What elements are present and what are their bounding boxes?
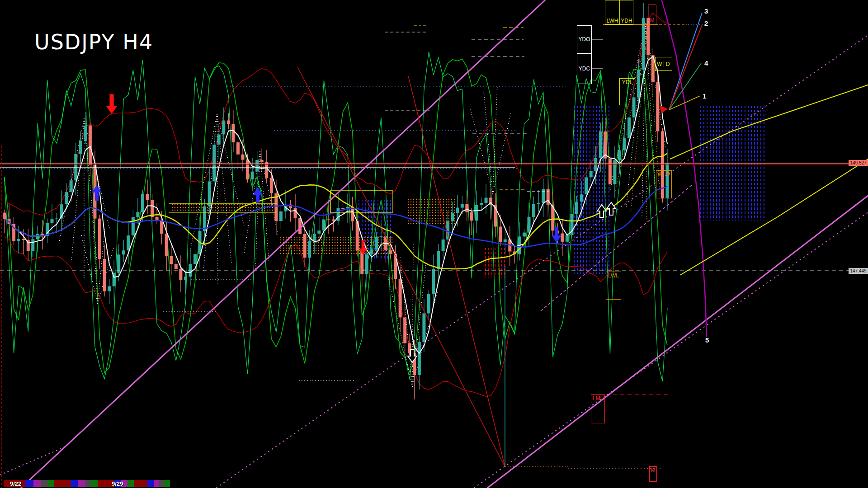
candle-body bbox=[89, 126, 92, 165]
candle-body bbox=[499, 226, 502, 242]
candle-body bbox=[627, 117, 631, 138]
level-box-label: YDL bbox=[620, 79, 635, 85]
candle-body bbox=[136, 212, 139, 217]
fractal-fan-ray bbox=[93, 221, 98, 304]
chart-title: USDJPY H4 bbox=[34, 30, 153, 54]
red-down-arrow-icon bbox=[106, 94, 117, 114]
level-box-label: YDH bbox=[620, 18, 633, 24]
timeline-block bbox=[85, 480, 91, 487]
candle-body bbox=[103, 259, 106, 291]
candle-body bbox=[222, 121, 225, 135]
candle-body bbox=[231, 124, 235, 142]
candle-body bbox=[193, 254, 197, 264]
candle-body bbox=[70, 180, 73, 192]
candle-body bbox=[189, 264, 192, 277]
fan-origin-arrow-icon bbox=[660, 105, 668, 113]
candle-body bbox=[422, 314, 425, 342]
candle-body bbox=[294, 208, 297, 218]
candle-body bbox=[322, 220, 326, 231]
candle-body bbox=[375, 237, 378, 250]
ma-fast bbox=[5, 56, 668, 354]
candle-body bbox=[141, 194, 144, 212]
wave-label-4: 4 bbox=[704, 59, 708, 67]
candle-body bbox=[609, 159, 612, 184]
level-box-ydl: YDL bbox=[619, 78, 635, 105]
timeline-block bbox=[33, 480, 41, 487]
candle-body bbox=[270, 178, 273, 193]
candle-body bbox=[561, 233, 564, 241]
candle-body bbox=[379, 236, 382, 237]
candle-body bbox=[260, 160, 264, 162]
level-box-lwh: LWH bbox=[605, 0, 620, 25]
timeline-block bbox=[127, 480, 134, 487]
candle-body bbox=[523, 233, 526, 237]
candle-body bbox=[17, 239, 20, 241]
candle-body bbox=[528, 217, 531, 232]
level-box-label: LWH bbox=[605, 18, 619, 24]
candle-body bbox=[108, 286, 111, 291]
level-box-label: W bbox=[656, 61, 664, 67]
candle-body bbox=[613, 160, 616, 184]
level-box-label: W bbox=[656, 171, 664, 178]
candle-body bbox=[399, 279, 402, 317]
trend-line bbox=[0, 446, 66, 475]
candle-body bbox=[475, 205, 478, 221]
candle-body bbox=[537, 203, 540, 204]
wave-label-5: 5 bbox=[705, 336, 709, 344]
candle-body bbox=[432, 269, 435, 294]
candle-body bbox=[84, 126, 87, 141]
red-hatch-cloud bbox=[484, 247, 506, 277]
candles bbox=[3, 3, 669, 399]
candle-body bbox=[217, 134, 221, 145]
candle-body bbox=[389, 250, 392, 254]
candle-body bbox=[31, 239, 34, 251]
candle-body bbox=[65, 192, 68, 204]
price-chart-canvas[interactable] bbox=[0, 0, 868, 488]
fractal-fan-ray bbox=[470, 108, 493, 194]
candle-body bbox=[403, 317, 406, 343]
candle-body bbox=[184, 277, 187, 280]
fractal-fan-ray bbox=[260, 151, 278, 235]
level-box-wd: WD bbox=[656, 170, 672, 198]
timeline-block bbox=[48, 480, 54, 487]
fractal-fan-ray bbox=[646, 27, 647, 221]
timeline-block bbox=[134, 480, 147, 487]
candle-body bbox=[590, 171, 593, 178]
candle-body bbox=[327, 220, 330, 221]
fractal-fan-ray bbox=[493, 113, 511, 194]
candle-body bbox=[346, 207, 349, 209]
trend-line bbox=[216, 35, 868, 488]
candle-body bbox=[156, 217, 159, 220]
level-box-label: LWL bbox=[606, 272, 621, 279]
candle-body bbox=[170, 256, 173, 264]
candle-body bbox=[317, 230, 321, 234]
level-box-ydo: YDO bbox=[577, 25, 592, 53]
level-box-m: M bbox=[649, 466, 657, 482]
candle-body bbox=[542, 189, 545, 203]
timeline-block bbox=[154, 480, 159, 487]
trend-line bbox=[297, 67, 505, 467]
candle-body bbox=[36, 234, 39, 239]
level-box-ydc: YDC bbox=[577, 53, 592, 84]
level-box-label: D bbox=[664, 61, 672, 67]
wave-label-2: 2 bbox=[704, 19, 708, 27]
price-tag: 147.449 bbox=[849, 268, 868, 274]
candle-body bbox=[3, 213, 6, 219]
trend-line bbox=[474, 212, 868, 488]
date-label: 9/29 bbox=[112, 480, 123, 487]
timeline-block bbox=[54, 480, 71, 487]
level-box-lwl: LWL bbox=[606, 272, 621, 300]
level-box-wd: WD bbox=[655, 57, 672, 71]
trading-chart-window: USDJPY H4 LWHYDHMYDOYDCYDLWDWDLWLLMLM324… bbox=[0, 0, 868, 488]
candle-body bbox=[599, 131, 602, 158]
candle-body bbox=[51, 219, 54, 223]
stochastic-line bbox=[5, 52, 668, 382]
candle-body bbox=[580, 194, 583, 202]
candle-body bbox=[241, 155, 245, 160]
level-box-label: M bbox=[650, 467, 656, 474]
candle-body bbox=[203, 206, 206, 231]
candle-body bbox=[485, 197, 488, 203]
candle-body bbox=[451, 213, 454, 221]
candle-body bbox=[370, 249, 373, 254]
candle-body bbox=[303, 234, 307, 258]
